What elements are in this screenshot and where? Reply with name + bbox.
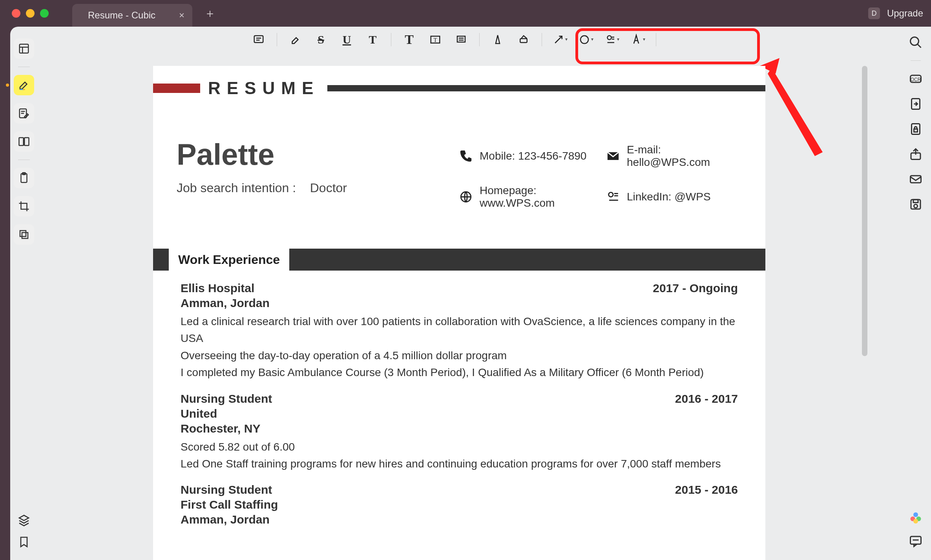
scrollbar-thumb[interactable] <box>862 66 867 356</box>
search-icon <box>909 35 923 49</box>
contact-linkedin: LinkedIn: @WPS <box>606 184 742 209</box>
ocr-button[interactable]: OCR <box>909 72 923 86</box>
document-viewport[interactable]: RESUME Palette Job search intention : Do… <box>57 54 861 560</box>
svg-point-51 <box>913 519 918 524</box>
exp-sub: Amman, Jordan <box>181 296 738 310</box>
app-frame: S U T T T <box>10 27 931 560</box>
highlight-pen-icon <box>289 34 301 45</box>
layers-tool[interactable] <box>14 224 34 245</box>
ai-flower-icon <box>909 511 923 525</box>
experience-item: Nursing Student2015 - 2016First Call Sta… <box>153 472 765 526</box>
close-tab-button[interactable]: × <box>179 10 184 21</box>
black-accent-bar <box>327 85 765 91</box>
user-avatar[interactable]: D <box>868 7 880 19</box>
svg-rect-8 <box>19 138 24 145</box>
red-accent-bar <box>153 84 200 93</box>
svg-rect-44 <box>911 176 921 183</box>
callout-button[interactable] <box>450 30 472 49</box>
edit-pen-icon <box>18 107 30 119</box>
underline-icon: U <box>343 33 351 46</box>
exp-period: 2017 - Ongoing <box>653 282 738 295</box>
chevron-down-icon: ▾ <box>565 36 568 42</box>
exp-period: 2016 - 2017 <box>675 392 738 405</box>
squiggly-button[interactable]: T <box>362 30 384 49</box>
exp-line: Led One Staff training programs for new … <box>181 455 738 472</box>
shape-button[interactable]: ▾ <box>575 30 597 49</box>
upgrade-button[interactable]: Upgrade <box>887 8 923 19</box>
mail-button[interactable] <box>909 172 923 186</box>
minimize-window-button[interactable] <box>26 9 35 18</box>
strikethrough-button[interactable]: S <box>310 30 332 49</box>
strikethrough-icon: S <box>318 33 324 46</box>
thumbnails-tool[interactable] <box>14 38 34 59</box>
crop-tool[interactable] <box>14 196 34 216</box>
mobile-value: 123-456-7890 <box>518 150 586 162</box>
ai-button[interactable] <box>909 511 923 525</box>
save-button[interactable] <box>909 197 923 211</box>
new-tab-button[interactable]: ＋ <box>204 5 216 22</box>
intent-label: Job search intention : <box>177 181 296 195</box>
close-window-button[interactable] <box>12 9 20 18</box>
highlighter-tool[interactable] <box>14 75 34 95</box>
bookmark-button[interactable] <box>18 536 30 548</box>
document-tab[interactable]: Resume - Cubic × <box>72 4 192 27</box>
share-button[interactable] <box>909 147 923 161</box>
email-value: hello@WPS.com <box>627 156 710 168</box>
save-icon <box>909 197 923 211</box>
eraser-button[interactable] <box>513 30 535 49</box>
exp-line: Led a clinical research trial with over … <box>181 313 738 347</box>
resume-header: RESUME <box>153 66 765 98</box>
stamp-button[interactable]: ▾ <box>601 30 623 49</box>
layers-button[interactable] <box>18 514 30 526</box>
left-rail <box>10 27 38 560</box>
compare-tool[interactable] <box>14 131 34 152</box>
maximize-window-button[interactable] <box>40 9 49 18</box>
protect-button[interactable] <box>909 122 923 136</box>
search-button[interactable] <box>909 35 923 49</box>
svg-rect-9 <box>24 138 29 145</box>
edit-pen-tool[interactable] <box>14 103 34 124</box>
experience-item: Ellis Hospital2017 - OngoingAmman, Jorda… <box>153 271 765 381</box>
exp-sub: First Call Staffing <box>181 498 738 511</box>
svg-rect-19 <box>457 36 465 42</box>
right-rail: OCR <box>900 27 931 560</box>
svg-line-37 <box>918 44 921 48</box>
svg-rect-22 <box>520 38 527 42</box>
underline-button[interactable]: U <box>336 30 358 49</box>
exp-lines: Led a clinical research trial with over … <box>181 313 738 381</box>
text-button[interactable]: T <box>398 30 420 49</box>
svg-rect-4 <box>23 89 25 90</box>
highlight-button[interactable] <box>284 30 306 49</box>
job-intent: Job search intention : Doctor <box>177 181 459 195</box>
content-area: S U T T T <box>38 27 900 560</box>
note-button[interactable] <box>248 30 270 49</box>
feedback-button[interactable] <box>909 534 923 548</box>
mobile-label: Mobile: <box>480 150 515 162</box>
exp-title: Nursing Student <box>181 392 272 405</box>
resume-header-word: RESUME <box>208 78 319 98</box>
textbox-button[interactable]: T <box>424 30 446 49</box>
ocr-icon: OCR <box>909 72 923 86</box>
email-label: E-mail: <box>627 144 661 156</box>
crop-icon <box>18 200 30 212</box>
callout-icon <box>455 34 467 45</box>
feedback-icon <box>909 534 923 548</box>
convert-button[interactable] <box>909 97 923 111</box>
person-block: Palette Job search intention : Doctor Mo… <box>153 98 765 225</box>
exp-title: Nursing Student <box>181 483 272 496</box>
pencil-button[interactable] <box>487 30 509 49</box>
exp-line: I completed my Basic Ambulance Course (3… <box>181 364 738 381</box>
scrollbar[interactable] <box>862 66 867 364</box>
exp-period: 2015 - 2016 <box>675 483 738 496</box>
contact-mobile: Mobile: 123-456-7890 <box>459 144 595 169</box>
svg-point-47 <box>914 204 918 208</box>
svg-point-24 <box>607 36 611 40</box>
bookmark-icon <box>18 536 30 548</box>
experience-item: Nursing Student2016 - 2017UnitedRocheste… <box>153 381 765 473</box>
arrow-shape-button[interactable]: ▾ <box>549 30 571 49</box>
signature-button[interactable]: ▾ <box>627 30 649 49</box>
svg-point-36 <box>911 37 919 45</box>
exp-sub: United <box>181 407 738 420</box>
clipboard-tool[interactable] <box>14 168 34 188</box>
svg-rect-46 <box>913 200 918 203</box>
